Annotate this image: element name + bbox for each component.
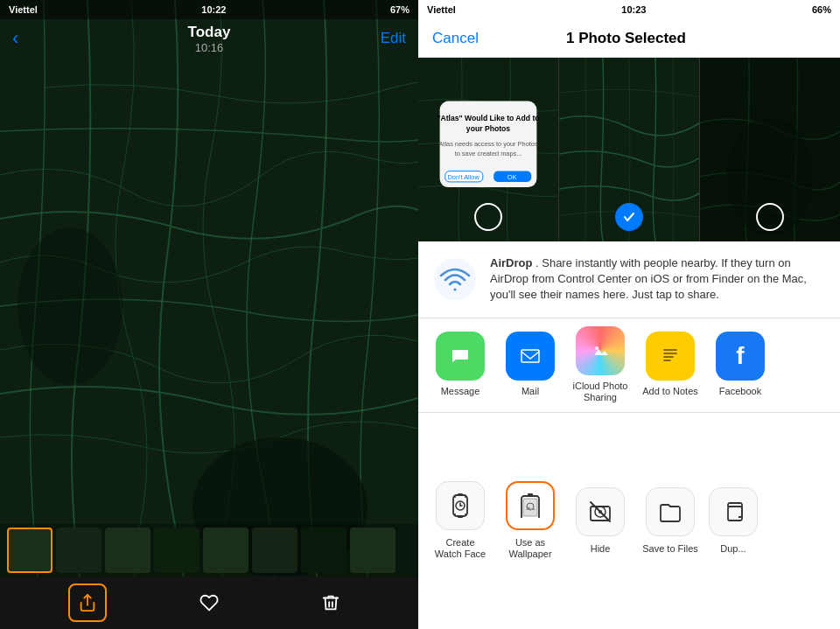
mail-label: Mail	[522, 386, 539, 397]
share-apps-row: Message Mail iCloud PhotoSharing	[418, 318, 840, 413]
left-date: 10:16	[195, 41, 224, 54]
hide-label: Hide	[591, 543, 611, 555]
svg-rect-32	[458, 493, 463, 496]
airdrop-description: AirDrop . Share instantly with people ne…	[490, 255, 826, 304]
svg-point-17	[434, 258, 476, 300]
share-icloud-photos[interactable]: iCloud PhotoSharing	[565, 319, 635, 410]
svg-rect-35	[523, 499, 537, 516]
facebook-label: Facebook	[719, 386, 761, 397]
thumbnail-3[interactable]	[105, 528, 150, 573]
photo-selected-title: 1 Photo Selected	[566, 30, 686, 47]
svg-rect-23	[657, 343, 683, 369]
thumbnail-2[interactable]	[56, 528, 102, 573]
save-to-files-label: Save to Files	[642, 543, 698, 555]
photo-thumb-1[interactable]: "Atlas" Would Like to Add to your Photos…	[418, 58, 559, 241]
use-as-wallpaper-label: Use asWallpaper	[508, 537, 551, 560]
left-title: Today	[188, 24, 231, 41]
share-mail[interactable]: Mail	[495, 325, 565, 404]
svg-point-22	[595, 346, 598, 350]
icloud-photos-label: iCloud PhotoSharing	[573, 381, 628, 403]
photo-strip: "Atlas" Would Like to Add to your Photos…	[418, 58, 840, 241]
airdrop-icon	[432, 256, 478, 302]
svg-text:Don't Allow: Don't Allow	[448, 173, 480, 181]
svg-text:OK: OK	[508, 173, 517, 181]
create-watch-face-action[interactable]: CreateWatch Face	[425, 474, 495, 567]
left-battery: 67%	[390, 4, 410, 15]
duplicate-action[interactable]: Dup...	[705, 480, 761, 562]
left-status-bar: Viettel 10:22 67%	[0, 0, 418, 19]
notes-label: Add to Notes	[642, 386, 698, 397]
photo-thumb-2[interactable]	[559, 58, 700, 241]
save-to-files-icon	[646, 487, 695, 536]
share-notes[interactable]: Add to Notes	[635, 325, 705, 404]
right-panel: Viettel 10:23 66% Cancel 1 Photo Selecte…	[418, 0, 840, 629]
create-watch-face-label: CreateWatch Face	[435, 537, 486, 560]
right-carrier: Viettel	[427, 4, 456, 15]
thumbnail-4[interactable]	[154, 528, 200, 573]
facebook-icon: f	[716, 332, 765, 381]
svg-text:to save created maps...: to save created maps...	[455, 150, 522, 157]
notes-icon	[646, 332, 695, 381]
svg-text:"Atlas" Would Like to Add to: "Atlas" Would Like to Add to	[437, 114, 539, 122]
use-as-wallpaper-action[interactable]: Use asWallpaper	[495, 474, 565, 567]
svg-rect-41	[728, 507, 742, 521]
svg-text:Atlas needs access to your Pho: Atlas needs access to your Photos	[438, 140, 537, 148]
edit-button[interactable]: Edit	[381, 30, 406, 47]
thumbnail-8[interactable]	[350, 528, 396, 573]
right-status-bar: Viettel 10:23 66%	[418, 0, 840, 19]
svg-rect-21	[587, 338, 613, 364]
thumbnail-1[interactable]	[7, 528, 52, 573]
left-header: ‹ Today 10:16 Edit	[0, 19, 418, 58]
share-facebook[interactable]: f Facebook	[705, 325, 775, 404]
messages-icon	[436, 332, 485, 381]
mail-icon	[506, 332, 555, 381]
back-button[interactable]: ‹	[12, 27, 18, 50]
thumbnail-strip	[0, 524, 418, 577]
save-to-files-action[interactable]: Save to Files	[635, 480, 705, 562]
right-battery: 66%	[812, 4, 831, 15]
right-time: 10:23	[621, 4, 646, 15]
hide-action[interactable]: Hide	[565, 480, 635, 562]
right-header: Cancel 1 Photo Selected	[418, 19, 840, 58]
like-button[interactable]	[190, 584, 228, 622]
photo-1-select[interactable]	[474, 203, 502, 231]
svg-rect-37	[528, 493, 533, 497]
left-carrier: Viettel	[9, 4, 38, 15]
share-button[interactable]	[68, 584, 107, 622]
duplicate-icon	[709, 487, 758, 536]
create-watch-face-icon	[436, 481, 485, 530]
svg-rect-33	[458, 515, 463, 518]
thumbnail-5[interactable]	[203, 528, 248, 573]
use-as-wallpaper-icon	[506, 481, 555, 530]
svg-text:your Photos: your Photos	[466, 124, 510, 133]
thumbnail-6[interactable]	[252, 528, 298, 573]
svg-point-40	[598, 510, 602, 514]
photo-3-select[interactable]	[756, 203, 784, 231]
airdrop-section: AirDrop . Share instantly with people ne…	[418, 241, 840, 318]
thumbnail-7[interactable]	[301, 528, 346, 573]
left-time: 10:22	[201, 4, 226, 15]
messages-label: Message	[441, 386, 480, 397]
left-panel: Viettel 10:22 67% ‹ Today 10:16 Edit	[0, 0, 418, 629]
photo-2-select[interactable]	[615, 203, 643, 231]
icloud-photos-icon	[576, 326, 625, 375]
duplicate-label: Dup...	[720, 543, 746, 555]
actions-row: CreateWatch Face Use asWallpaper	[418, 413, 840, 629]
delete-button[interactable]	[312, 584, 350, 622]
photo-thumb-3[interactable]	[700, 58, 840, 241]
share-messages[interactable]: Message	[425, 325, 495, 404]
svg-point-2	[18, 227, 122, 385]
left-bottom-bar	[0, 577, 418, 629]
hide-icon	[576, 487, 625, 536]
cancel-button[interactable]: Cancel	[432, 30, 479, 47]
